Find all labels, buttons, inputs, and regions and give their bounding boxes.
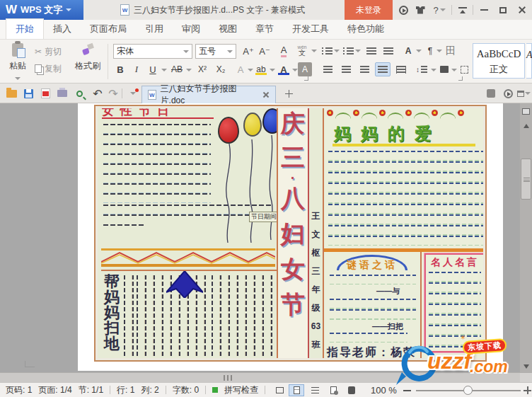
tab-page-layout[interactable]: 页面布局 xyxy=(81,19,136,39)
redo-button[interactable]: ↷ xyxy=(106,87,120,100)
scroll-up-button[interactable] xyxy=(520,120,532,132)
skin-icon[interactable] xyxy=(413,4,427,16)
read-mode-button[interactable] xyxy=(344,384,359,396)
font-color-button[interactable]: A xyxy=(276,62,291,76)
export-pdf-button[interactable] xyxy=(38,87,52,100)
task-pane-button[interactable] xyxy=(484,87,498,100)
style-next-partial[interactable]: A xyxy=(526,43,532,79)
vertical-scrollbar[interactable] xyxy=(520,103,532,372)
print-preview-button[interactable] xyxy=(72,87,86,100)
chevron-down-icon[interactable] xyxy=(311,50,317,52)
web-view-button[interactable] xyxy=(325,384,341,396)
underline-button[interactable]: U xyxy=(146,62,160,76)
tab-developer[interactable]: 开发工具 xyxy=(283,19,338,39)
highlight-button[interactable]: ab xyxy=(253,62,269,76)
embedded-poster-image[interactable]: 女性节日 节日期间 xyxy=(96,106,485,360)
line-spacing-button[interactable]: ↕ xyxy=(413,62,430,76)
minimize-button[interactable] xyxy=(477,4,491,16)
phonetic-guide-button[interactable]: wén 文 xyxy=(293,42,311,59)
bullet-list-button[interactable] xyxy=(320,44,334,58)
char-shading-button[interactable]: A xyxy=(298,62,312,76)
customize-toolbar-button[interactable] xyxy=(126,87,140,100)
tab-view[interactable]: 视图 xyxy=(209,19,246,39)
grow-font-button[interactable]: A⁺ xyxy=(241,44,256,58)
text-direction-button[interactable]: A xyxy=(400,44,416,58)
numbered-list-button[interactable] xyxy=(341,44,355,58)
status-word-count[interactable]: 字数: 0 xyxy=(173,384,199,396)
chevron-down-icon[interactable] xyxy=(270,69,275,71)
scroll-thumb[interactable] xyxy=(521,159,531,200)
italic-button[interactable]: I xyxy=(129,62,144,76)
maximize-button[interactable] xyxy=(496,4,510,16)
chevron-down-icon[interactable] xyxy=(292,69,298,71)
strikethrough-button[interactable]: AB xyxy=(168,62,185,76)
login-button[interactable]: 未登录 xyxy=(345,0,393,20)
tab-home[interactable]: 开始 xyxy=(6,18,44,39)
outline-view-button[interactable] xyxy=(307,384,323,396)
page-view-button[interactable] xyxy=(289,384,304,396)
chevron-down-icon[interactable] xyxy=(186,69,192,71)
superscript-button[interactable]: X² xyxy=(194,62,211,76)
collapse-ribbon-button[interactable] xyxy=(456,4,470,16)
open-button[interactable] xyxy=(4,87,18,100)
shading-button[interactable] xyxy=(437,62,451,76)
tab-review[interactable]: 审阅 xyxy=(173,19,209,39)
text-effects-button[interactable]: A xyxy=(233,62,248,76)
chevron-down-icon[interactable] xyxy=(431,69,436,71)
tab-insert[interactable]: 插入 xyxy=(44,19,81,39)
borders-button[interactable] xyxy=(457,62,471,76)
chevron-down-icon[interactable] xyxy=(451,69,457,71)
sync-button[interactable] xyxy=(501,87,515,100)
close-button[interactable] xyxy=(515,4,529,16)
subscript-button[interactable]: X₂ xyxy=(212,62,229,76)
print-button[interactable] xyxy=(55,87,69,100)
wps-menu-button[interactable]: W WPS 文字 xyxy=(0,0,83,20)
arrange-button[interactable] xyxy=(516,87,531,100)
status-spellcheck[interactable]: 拼写检查 xyxy=(224,384,258,396)
new-tab-button[interactable] xyxy=(282,87,296,100)
font-dialog-launcher[interactable] xyxy=(304,76,308,81)
document-tab[interactable]: W 三八妇女节手抄报图片.doc xyxy=(141,86,276,103)
close-tab-icon[interactable] xyxy=(262,91,270,98)
show-marks-button[interactable]: ¶ xyxy=(423,44,437,58)
zoom-in-button[interactable] xyxy=(524,384,531,394)
chevron-down-icon[interactable] xyxy=(436,50,442,52)
increase-indent-button[interactable] xyxy=(381,44,396,58)
network-status-icon[interactable] xyxy=(396,4,410,16)
chevron-down-icon[interactable] xyxy=(334,50,340,52)
fullscreen-view-button[interactable] xyxy=(272,384,287,396)
align-center-button[interactable] xyxy=(338,62,354,76)
justify-button[interactable] xyxy=(375,62,391,76)
zoom-level[interactable]: 100 % xyxy=(371,385,397,396)
chevron-down-icon[interactable] xyxy=(416,50,422,52)
divider xyxy=(473,5,473,15)
chevron-down-icon[interactable] xyxy=(248,69,253,71)
style-normal[interactable]: AaBbCcD 正文 xyxy=(473,43,525,79)
insert-table-button[interactable]: 田 xyxy=(443,44,458,58)
ruler-toggle-button[interactable] xyxy=(520,103,532,119)
align-right-button[interactable] xyxy=(357,62,372,76)
save-button[interactable] xyxy=(21,87,35,100)
tab-special-features[interactable]: 特色功能 xyxy=(338,19,393,39)
font-size-select[interactable]: 五号 xyxy=(195,44,236,59)
tab-section[interactable]: 章节 xyxy=(246,19,283,39)
font-family-select[interactable]: 宋体 xyxy=(113,44,192,59)
help-button[interactable]: ? xyxy=(430,4,449,16)
paragraph-dialog-launcher[interactable] xyxy=(458,76,463,81)
cut-button[interactable]: ✂ 剪切 xyxy=(34,45,71,58)
paste-button[interactable]: 粘贴 xyxy=(6,43,30,80)
tab-references[interactable]: 引用 xyxy=(136,19,173,39)
bold-button[interactable]: B xyxy=(113,62,127,76)
chevron-down-icon[interactable] xyxy=(161,69,167,71)
undo-button[interactable]: ↶ xyxy=(91,87,105,100)
copy-button[interactable]: 复制 xyxy=(34,62,71,75)
clear-format-button[interactable]: A xyxy=(276,44,291,58)
format-painter-button[interactable]: 格式刷 xyxy=(72,44,103,79)
decrease-indent-button[interactable] xyxy=(364,44,379,58)
shrink-font-button[interactable]: A⁻ xyxy=(257,44,272,58)
distribute-button[interactable] xyxy=(393,62,409,76)
document-workspace[interactable]: 女性节日 节日期间 xyxy=(0,103,532,372)
scroll-down-button[interactable] xyxy=(520,361,532,372)
align-left-button[interactable] xyxy=(320,62,335,76)
chevron-down-icon[interactable] xyxy=(355,50,361,52)
